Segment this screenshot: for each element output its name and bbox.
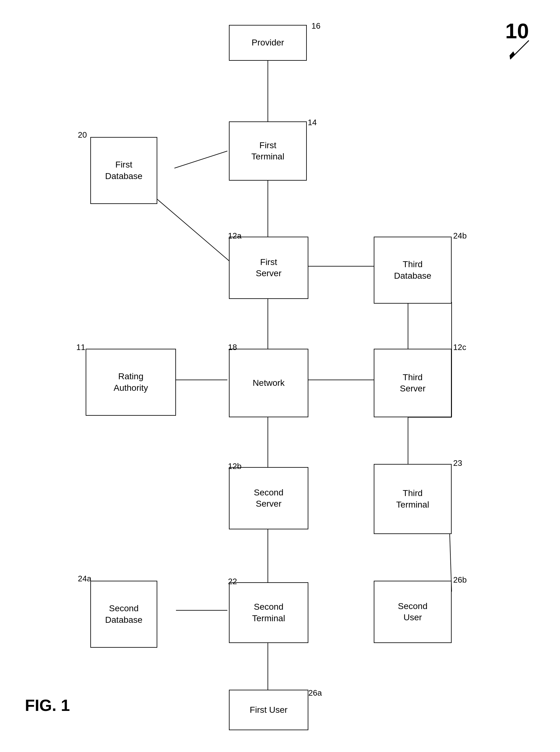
first-user-box: First User	[229, 690, 308, 730]
third-database-box: ThirdDatabase	[374, 237, 452, 304]
rating-authority-ref: 11	[76, 343, 85, 352]
figure-label: FIG. 1	[25, 696, 70, 715]
third-terminal-ref: 23	[453, 459, 462, 468]
third-database-label: ThirdDatabase	[394, 259, 432, 282]
second-user-label: SecondUser	[398, 601, 428, 624]
first-user-ref: 26a	[308, 688, 322, 698]
second-user-ref: 26b	[453, 575, 466, 585]
svg-line-7	[157, 199, 234, 265]
arrow-icon	[507, 37, 532, 62]
first-terminal-label: FirstTerminal	[251, 140, 284, 163]
third-server-box: ThirdServer	[374, 349, 452, 417]
provider-label: Provider	[252, 37, 284, 48]
third-terminal-label: ThirdTerminal	[396, 488, 429, 510]
svg-marker-19	[509, 52, 515, 59]
second-server-label: SecondServer	[254, 487, 283, 510]
second-terminal-box: SecondTerminal	[229, 582, 308, 643]
second-server-ref: 12b	[228, 462, 241, 471]
provider-box: Provider	[229, 25, 307, 61]
first-user-label: First User	[250, 704, 287, 715]
first-terminal-ref: 14	[308, 118, 317, 127]
second-database-box: SecondDatabase	[90, 581, 157, 648]
first-database-box: FirstDatabase	[90, 137, 157, 204]
second-user-box: SecondUser	[374, 581, 452, 643]
network-box: Network	[229, 349, 308, 417]
first-database-ref: 20	[78, 130, 87, 140]
first-database-label: FirstDatabase	[105, 159, 143, 182]
second-database-ref: 24a	[78, 574, 91, 584]
third-terminal-box: ThirdTerminal	[374, 464, 452, 534]
network-ref: 18	[228, 343, 237, 352]
second-server-box: SecondServer	[229, 467, 308, 529]
rating-authority-box: RatingAuthority	[86, 349, 176, 416]
first-server-label: FirstServer	[256, 257, 281, 279]
third-database-ref: 24b	[453, 231, 466, 241]
second-terminal-label: SecondTerminal	[252, 601, 285, 624]
third-server-ref: 12c	[453, 343, 466, 352]
rating-authority-label: RatingAuthority	[114, 371, 148, 393]
first-server-ref: 12a	[228, 231, 241, 241]
network-label: Network	[253, 378, 285, 389]
second-terminal-ref: 22	[228, 577, 237, 586]
svg-line-6	[175, 151, 227, 168]
first-server-box: FirstServer	[229, 237, 308, 299]
diagram-container: Provider 16 FirstTerminal 14 FirstDataba…	[0, 0, 560, 752]
second-database-label: SecondDatabase	[105, 603, 143, 626]
provider-ref: 16	[312, 21, 320, 31]
first-terminal-box: FirstTerminal	[229, 121, 307, 181]
figure-number-area: 10	[505, 19, 529, 43]
third-server-label: ThirdServer	[400, 372, 425, 394]
